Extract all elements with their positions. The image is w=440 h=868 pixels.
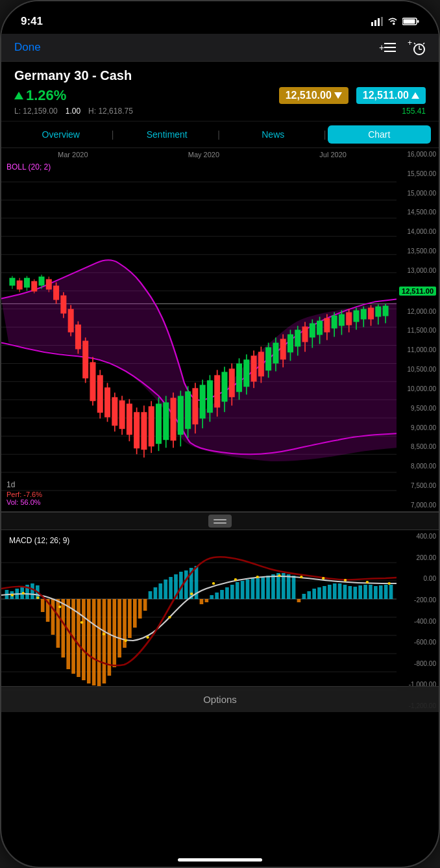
svg-rect-201 (271, 574, 275, 599)
sell-price-box[interactable]: 12,510.00 (279, 87, 348, 104)
svg-rect-205 (292, 576, 296, 599)
svg-rect-123 (324, 318, 330, 333)
add-to-list-button[interactable]: + (379, 40, 397, 55)
buy-price: 12,511.00 (363, 90, 409, 101)
svg-rect-193 (230, 585, 234, 599)
svg-rect-75 (149, 406, 154, 446)
svg-rect-43 (31, 281, 37, 292)
options-button[interactable]: Options (203, 694, 237, 705)
svg-rect-154 (31, 583, 34, 599)
chart-resize-handle[interactable] (208, 515, 232, 528)
svg-rect-53 (68, 309, 74, 333)
macd-chart[interactable]: MACD (12; 26; 9) 400.00 200.00 0.00 -200… (1, 530, 439, 712)
svg-rect-85 (185, 391, 191, 429)
spread-value: 1.00 (66, 107, 80, 116)
y-13000: 13,000.00 (399, 267, 436, 274)
svg-rect-103 (251, 355, 257, 381)
header: Done + + (1, 34, 439, 62)
svg-rect-115 (295, 330, 300, 347)
battery-icon (402, 17, 419, 26)
instrument-section: Germany 30 - Cash 1.26% 12,510.00 12,511… (1, 62, 439, 121)
svg-rect-83 (178, 396, 184, 435)
tab-chart[interactable]: Chart (328, 125, 432, 144)
macd-dot (278, 574, 281, 577)
y-9500: 9,500.00 (399, 405, 436, 412)
svg-rect-9 (384, 47, 396, 48)
vol-label: Vol: 56.0% (6, 498, 42, 506)
y-10000: 10,000.00 (399, 385, 436, 392)
y-axis-labels: 16,000.00 15,500.00 15,000.00 14,500.00 … (397, 148, 439, 511)
y-11000: 11,000.00 (399, 346, 436, 353)
svg-rect-117 (302, 327, 308, 342)
y-7500: 7,500.00 (399, 482, 436, 489)
x-axis-labels: Mar 2020 May 2020 Jul 2020 (8, 151, 397, 159)
y-10500: 10,500.00 (399, 366, 436, 373)
svg-rect-160 (61, 599, 65, 657)
macd-line (1, 557, 397, 665)
svg-rect-222 (379, 585, 383, 599)
svg-rect-10 (384, 51, 396, 52)
y-8000: 8,000.00 (399, 463, 436, 470)
svg-rect-51 (60, 296, 66, 314)
svg-rect-139 (383, 306, 389, 316)
svg-rect-168 (103, 599, 106, 683)
done-button[interactable]: Done (14, 41, 41, 54)
svg-rect-133 (361, 309, 367, 320)
price-down-arrow-icon (334, 92, 342, 99)
macd-y-200: 200.00 (399, 554, 436, 561)
svg-rect-89 (200, 385, 206, 418)
home-indicator (178, 858, 262, 862)
price-row: 1.26% 12,510.00 12,511.00 (14, 87, 426, 104)
chart-divider[interactable] (1, 512, 439, 530)
svg-rect-180 (164, 580, 167, 599)
svg-rect-167 (97, 599, 101, 687)
macd-dot (387, 582, 391, 585)
svg-rect-163 (77, 599, 80, 677)
svg-rect-213 (333, 583, 337, 599)
svg-rect-3 (381, 17, 383, 26)
tab-overview[interactable]: Overview (9, 125, 113, 144)
macd-histogram (5, 566, 393, 687)
svg-rect-208 (307, 591, 311, 599)
svg-rect-1 (374, 20, 376, 26)
svg-rect-218 (358, 585, 362, 599)
macd-dot (22, 592, 25, 594)
phone-frame: 9:41 (0, 0, 440, 868)
y-14000: 14,000.00 (399, 228, 436, 235)
svg-rect-215 (343, 585, 347, 599)
macd-dot (146, 636, 149, 639)
tab-sentiment[interactable]: Sentiment (116, 125, 219, 144)
add-list-icon: + (379, 40, 397, 55)
svg-rect-214 (338, 583, 342, 599)
svg-rect-113 (287, 335, 293, 353)
tab-news[interactable]: News (221, 125, 325, 144)
svg-rect-73 (141, 412, 147, 450)
add-alert-button[interactable]: + (408, 39, 426, 56)
svg-rect-196 (246, 580, 250, 599)
notch (168, 1, 272, 22)
svg-rect-217 (353, 587, 357, 599)
svg-rect-179 (158, 583, 162, 599)
change-pct-value: 1.26% (26, 87, 66, 104)
y-11500: 11,500.00 (399, 327, 436, 334)
svg-rect-212 (328, 585, 332, 599)
header-actions: + + (379, 39, 426, 56)
svg-rect-57 (82, 340, 88, 378)
svg-rect-190 (215, 593, 219, 599)
change-pct: 1.26% (14, 87, 66, 104)
svg-rect-111 (280, 338, 286, 359)
main-chart[interactable]: Mar 2020 May 2020 Jul 2020 BOLL (20; 2) … (1, 148, 439, 512)
svg-rect-131 (353, 311, 359, 322)
svg-rect-211 (323, 586, 326, 599)
buy-price-box[interactable]: 12,511.00 (356, 87, 426, 104)
options-bar[interactable]: Options (1, 686, 439, 712)
svg-rect-199 (261, 577, 265, 599)
x-label-mar: Mar 2020 (58, 151, 88, 159)
macd-y-0: 0.00 (399, 575, 436, 582)
svg-rect-202 (276, 573, 280, 599)
svg-rect-81 (171, 398, 177, 440)
svg-rect-178 (154, 587, 158, 599)
svg-rect-71 (134, 412, 140, 448)
svg-rect-6 (404, 19, 415, 24)
high-price: H: 12,618.75 (88, 107, 133, 116)
